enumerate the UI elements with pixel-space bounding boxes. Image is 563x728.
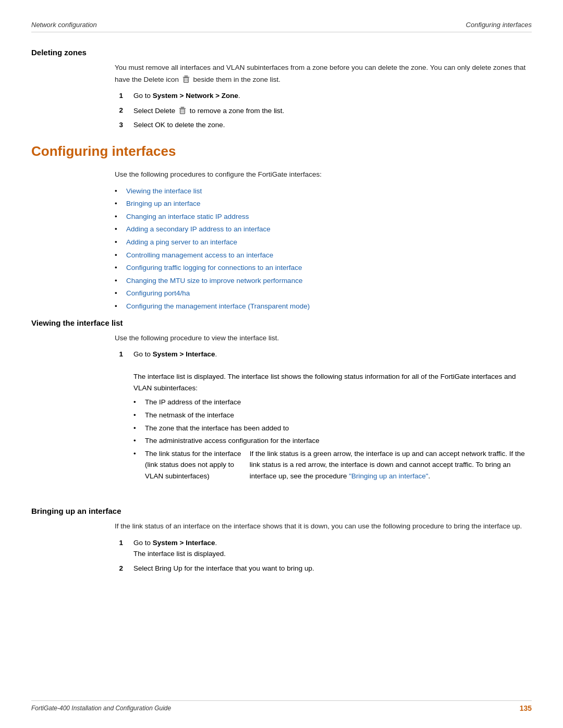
bullet-admin-access: The administrative access configuration …: [133, 435, 532, 447]
deleting-zones-intro: You must remove all interfaces and VLAN …: [115, 62, 532, 85]
page: Network configuration Configuring interf…: [0, 0, 563, 728]
step-1: 1 Go to System > Network > Zone.: [115, 90, 532, 102]
bullet-ip: The IP address of the interface: [133, 397, 532, 408]
step-3: 3 Select OK to delete the zone.: [115, 119, 532, 131]
controlling-management-link[interactable]: Controlling management access to an inte…: [126, 250, 273, 261]
configuring-interfaces-links: Viewing the interface list Bringing up a…: [115, 186, 532, 312]
configuring-traffic-logging-link[interactable]: Configuring traffic logging for connecti…: [126, 262, 302, 274]
trash-icon-2: [178, 106, 187, 115]
footer-bar: FortiGate-400 Installation and Configura…: [31, 700, 532, 712]
bringing-up-interface-heading: Bringing up an interface: [31, 507, 532, 515]
header-right: Configuring interfaces: [466, 21, 532, 29]
bringing-up-interface-content: If the link status of an interface on th…: [115, 521, 532, 574]
interface-status-bullets: The IP address of the interface The netm…: [133, 397, 532, 493]
bullet-link-status: The link status for the interface (link …: [133, 448, 532, 493]
viewing-interface-list-section: Viewing the interface list Use the follo…: [31, 318, 532, 497]
bringing-up-interface-link[interactable]: Bringing up an interface: [126, 198, 201, 209]
bringing-up-intro: If the link status of an interface on th…: [115, 521, 532, 532]
configuring-mgmt-transparent-link[interactable]: Configuring the management interface (Tr…: [126, 301, 310, 312]
viewing-interface-steps: 1 Go to System > Interface. The interfac…: [115, 349, 532, 496]
view-step-1-detail: The interface list is displayed. The int…: [133, 373, 516, 392]
bringing-up-interface-section: Bringing up an interface If the link sta…: [31, 507, 532, 574]
changing-static-ip-link[interactable]: Changing an interface static IP address: [126, 211, 249, 223]
adding-ping-server-link[interactable]: Adding a ping server to an interface: [126, 237, 237, 248]
deleting-zones-content: You must remove all interfaces and VLAN …: [115, 62, 532, 131]
header-bar: Network configuration Configuring interf…: [31, 21, 532, 32]
step-2: 2 Select Delete to remove a zone from th…: [115, 105, 532, 117]
deleting-zones-section: Deleting zones You must remove all inter…: [31, 48, 532, 131]
deleting-zones-steps: 1 Go to System > Network > Zone. 2 Selec…: [115, 90, 532, 131]
link-mgmt-transparent[interactable]: Configuring the management interface (Tr…: [115, 301, 532, 312]
page-number: 135: [520, 704, 532, 712]
link-controlling-mgmt[interactable]: Controlling management access to an inte…: [115, 250, 532, 261]
link-adding-ping[interactable]: Adding a ping server to an interface: [115, 237, 532, 248]
bring-step-2: 2 Select Bring Up for the interface that…: [115, 563, 532, 574]
link-port4[interactable]: Configuring port4/ha: [115, 288, 532, 299]
view-step-1: 1 Go to System > Interface. The interfac…: [115, 349, 532, 496]
viewing-interface-list-content: Use the following procedure to view the …: [115, 332, 532, 497]
bullet-netmask: The netmask of the interface: [133, 410, 532, 421]
configuring-port4-link[interactable]: Configuring port4/ha: [126, 288, 190, 299]
viewing-interface-intro: Use the following procedure to view the …: [115, 332, 532, 344]
link-status-detail: If the link status is a green arrow, the…: [250, 448, 532, 493]
viewing-interface-list-heading: Viewing the interface list: [31, 318, 532, 327]
link-changing-static[interactable]: Changing an interface static IP address: [115, 211, 532, 223]
bringing-up-steps: 1 Go to System > Interface. The interfac…: [115, 537, 532, 574]
configuring-interfaces-heading: Configuring interfaces: [31, 143, 532, 159]
footer-left: FortiGate-400 Installation and Configura…: [31, 705, 171, 712]
configuring-interfaces-content: Use the following procedures to configur…: [115, 169, 532, 312]
viewing-interface-list-link[interactable]: Viewing the interface list: [126, 186, 202, 197]
link-bringing-up[interactable]: Bringing up an interface: [115, 198, 532, 209]
bullet-zone: The zone that the interface has been add…: [133, 423, 532, 434]
bringing-up-interface-inline-link[interactable]: "Bringing up an interface": [349, 472, 428, 480]
link-mtu[interactable]: Changing the MTU size to improve network…: [115, 275, 532, 287]
link-adding-secondary[interactable]: Adding a secondary IP address to an inte…: [115, 224, 532, 235]
bring-step-1: 1 Go to System > Interface. The interfac…: [115, 537, 532, 560]
header-left: Network configuration: [31, 21, 97, 29]
trash-icon: [182, 75, 190, 83]
link-viewing[interactable]: Viewing the interface list: [115, 186, 532, 197]
changing-mtu-link[interactable]: Changing the MTU size to improve network…: [126, 275, 302, 287]
adding-secondary-ip-link[interactable]: Adding a secondary IP address to an inte…: [126, 224, 271, 235]
svg-rect-1: [184, 75, 188, 76]
configuring-interfaces-intro: Use the following procedures to configur…: [115, 169, 532, 180]
deleting-zones-heading: Deleting zones: [31, 48, 532, 57]
svg-rect-7: [180, 107, 184, 108]
link-configuring-traffic[interactable]: Configuring traffic logging for connecti…: [115, 262, 532, 274]
